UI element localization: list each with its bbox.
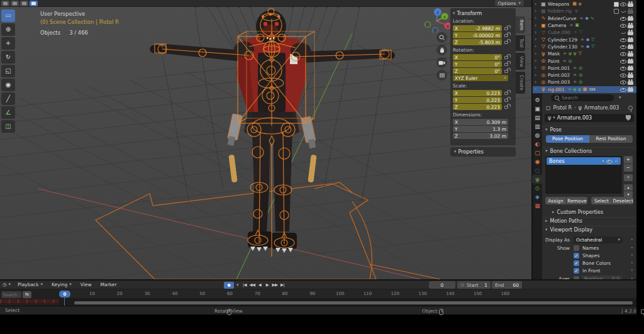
outliner-row-rig001-active[interactable]: › ψ rig.001 ∞ ψ ψ ▦ 388 [533, 86, 636, 93]
disable-render-icon[interactable] [628, 25, 633, 28]
tab-create[interactable]: Create [516, 72, 525, 94]
dimensions-x-row[interactable]: X0.309 m [453, 119, 513, 125]
outliner-row-point001[interactable]: › ◎ Point.001 ∞ ◎ [533, 65, 636, 72]
transform-panel-header[interactable]: ▾ Transform [453, 11, 513, 16]
rotation-y-row[interactable]: Y0° [453, 61, 513, 67]
lock-icon[interactable] [504, 27, 508, 30]
lock-icon[interactable] [504, 41, 508, 44]
rest-position-button[interactable]: Rest Position [589, 135, 633, 143]
rotate-tool-button[interactable]: ↻ [1, 51, 15, 64]
scale-tool-button[interactable]: ◱ [1, 65, 15, 77]
collection-specials-button[interactable]: ▾ [624, 174, 633, 181]
hide-eye-icon[interactable] [620, 72, 626, 78]
expand-icon[interactable]: › [535, 9, 539, 14]
perspective-toggle-button[interactable] [436, 70, 447, 81]
tab-world-icon[interactable]: ◐ [532, 140, 543, 148]
lock-icon[interactable] [504, 106, 508, 109]
breadcrumb-data[interactable]: Armature.003 [584, 105, 619, 111]
transform-tool-button[interactable]: ◉ [1, 79, 15, 91]
pan-view-button[interactable] [436, 45, 447, 55]
solo-dot-icon[interactable]: • [602, 159, 604, 163]
dimensions-z-row[interactable]: Z3.02 m [453, 133, 513, 139]
disable-render-icon[interactable] [628, 10, 633, 14]
hide-eye-icon[interactable] [620, 23, 626, 28]
menu-keying[interactable]: Keying▾ [47, 281, 76, 289]
lock-icon[interactable] [504, 63, 508, 66]
disable-render-icon[interactable] [628, 74, 633, 78]
timeline-ruler[interactable]: -100 1020 3040 5060 7080 90100 110120 13… [0, 289, 636, 298]
scale-z-row[interactable]: Z0.223 [453, 104, 513, 110]
menu-marker[interactable]: Marker [96, 281, 121, 289]
disable-render-icon[interactable] [628, 53, 633, 57]
properties-panel-header[interactable]: ▾ Properties [450, 147, 516, 157]
star-icon[interactable]: ☆ [614, 159, 618, 164]
menu-view[interactable]: View [76, 281, 96, 289]
frame-end-field[interactable]: End 60 [492, 281, 522, 289]
pose-section-header[interactable]: ▾ Pose [542, 126, 636, 133]
pose-position-button[interactable]: Pose Position [546, 135, 589, 143]
expand-icon[interactable]: › [535, 87, 539, 92]
lock-icon[interactable] [504, 56, 508, 59]
add-collection-button[interactable]: + [624, 156, 633, 164]
expand-icon[interactable]: › [535, 80, 539, 85]
gizmo-toggle-icon-1[interactable] [1, 1, 9, 6]
breadcrumb-object[interactable]: Pistol R [553, 105, 572, 111]
pin-icon[interactable] [628, 106, 633, 110]
timeline-editor[interactable]: ◷ ▾ Playback▾ Keying▾ View Marker ● ▾ |◀… [0, 279, 636, 306]
animate-dot-icon[interactable]: • [631, 269, 633, 273]
tab-output-icon[interactable]: ▤ [532, 113, 543, 122]
select-button[interactable]: Select [591, 197, 613, 204]
lock-icon[interactable] [504, 70, 508, 73]
disable-render-icon[interactable] [628, 45, 633, 49]
jump-to-end-button[interactable]: ▶| [279, 282, 286, 289]
tab-view-layer-icon[interactable]: ▥ [532, 122, 543, 131]
add-primitive-tool-button[interactable]: ◫ [1, 120, 15, 133]
disable-render-icon[interactable] [628, 17, 633, 21]
rotation-x-row[interactable]: X0° [453, 54, 513, 60]
location-y-row[interactable]: Y-0.00002 m [453, 32, 513, 38]
outliner-row-weapons[interactable]: › ▦ Weapons ▦ ψ [533, 1, 636, 8]
lock-icon[interactable] [504, 34, 508, 37]
editor-type-button[interactable]: ◷ ▾ [0, 281, 13, 289]
fake-user-shield-icon[interactable] [626, 115, 631, 121]
tab-object-icon[interactable]: ▢ [532, 148, 543, 157]
outliner-row-cube090[interactable]: › ▽ Cube.090 ∞ ▽ [533, 29, 636, 36]
outliner-row-beziercurve[interactable]: › ∿ BézierCurve ∞ ◆ ∿ [533, 15, 636, 22]
chevron-down-icon[interactable]: ▾ [235, 283, 241, 287]
options-button[interactable]: Options ▾ [495, 0, 524, 6]
tab-physics2-icon[interactable]: ▦ [532, 201, 543, 210]
scale-x-row[interactable]: X0.223 [453, 90, 513, 96]
disable-render-icon[interactable] [628, 31, 633, 35]
current-frame-field[interactable]: 0 [429, 281, 455, 289]
hide-eye-icon[interactable] [620, 30, 626, 35]
gizmo-toggle-icon-2[interactable] [11, 1, 19, 6]
search-field[interactable] [551, 94, 614, 101]
move-up-button[interactable]: ▴ [624, 184, 633, 191]
assign-button[interactable]: Assign [545, 197, 567, 204]
bone-collections-list[interactable]: Bones • ☆ [545, 156, 622, 194]
jump-to-start-button[interactable]: |◀ [242, 282, 248, 289]
disable-render-icon[interactable] [628, 3, 633, 7]
tab-physics-icon[interactable]: ◉ [532, 157, 543, 166]
tab-bone-icon[interactable]: ◇ [532, 184, 543, 192]
expand-icon[interactable]: › [535, 65, 539, 70]
hide-eye-icon[interactable] [620, 65, 626, 71]
3d-viewport[interactable]: Options ▾ User Perspective (0) Scene Col… [0, 0, 531, 279]
search-input[interactable] [562, 95, 606, 101]
viewport-display-section-header[interactable]: ▾ Viewport Display [542, 226, 636, 233]
scale-y-row[interactable]: Y0.223 [453, 97, 513, 103]
disable-render-icon[interactable] [628, 38, 633, 42]
dimensions-y-row[interactable]: Y1.3 m [453, 126, 513, 132]
move-tool-button[interactable]: + [1, 37, 15, 50]
filter-toggle-button[interactable]: ⇆ [23, 291, 31, 298]
expand-icon[interactable]: › [535, 44, 539, 49]
animate-dot-icon[interactable]: • [631, 253, 633, 258]
expand-icon[interactable]: › [535, 73, 539, 78]
previous-keyframe-button[interactable]: ◀◀ [249, 282, 256, 289]
gizmo-toggle-icon-4[interactable] [30, 1, 38, 6]
datablock-name-field[interactable]: ψ ▾ Armature.003 [545, 114, 634, 122]
tab-object-data-icon[interactable]: ψ [532, 175, 543, 184]
visibility-eye-icon[interactable] [606, 159, 613, 164]
play-button[interactable]: ▶ [264, 282, 271, 289]
menu-playback[interactable]: Playback▾ [13, 281, 47, 289]
